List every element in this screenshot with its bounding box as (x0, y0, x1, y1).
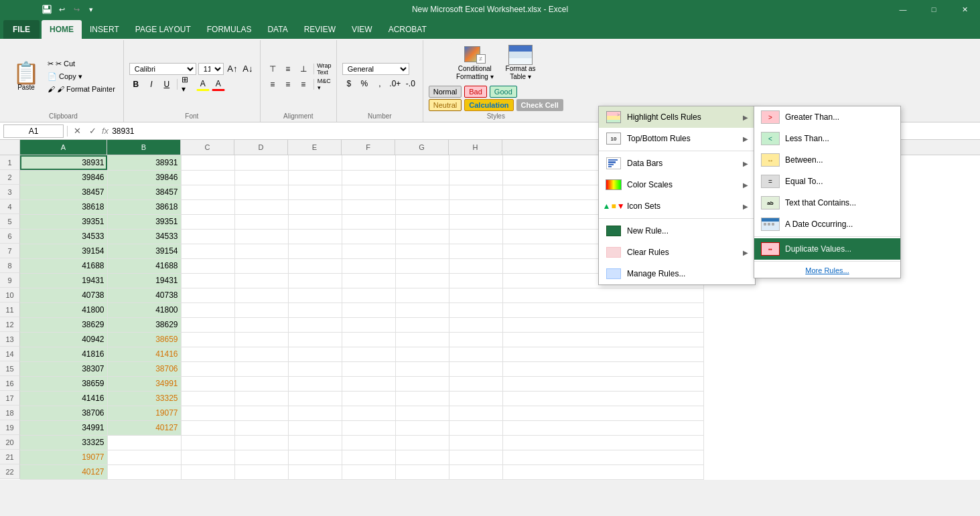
tab-data[interactable]: DATA (259, 20, 295, 39)
cell-g7[interactable] (395, 244, 449, 258)
increase-font-size-button[interactable]: A↑ (226, 62, 239, 76)
cell-h3[interactable] (449, 185, 502, 199)
cell-f16[interactable] (342, 376, 395, 391)
cell-h12[interactable] (449, 317, 502, 332)
cf-data-bars[interactable]: Data Bars ▶ (599, 153, 755, 174)
cell-h9[interactable] (449, 273, 502, 288)
cell-a9[interactable]: 19431 (20, 273, 107, 288)
col-header-f[interactable]: F (342, 140, 395, 155)
cell-f6[interactable] (342, 229, 395, 244)
cell-h20[interactable] (449, 435, 502, 450)
cell-a16[interactable]: 38659 (20, 376, 107, 391)
tab-page-layout[interactable]: PAGE LAYOUT (127, 20, 199, 39)
copy-button[interactable]: 📄 Copy ▾ (45, 71, 118, 82)
cell-d12[interactable] (234, 317, 288, 332)
cell-g18[interactable] (395, 406, 449, 420)
cell-a3[interactable]: 38457 (20, 185, 107, 199)
cell-g11[interactable] (395, 303, 449, 317)
cell-c2[interactable] (181, 170, 234, 185)
cell-d13[interactable] (234, 332, 288, 347)
redo-qat-button[interactable]: ↪ (70, 3, 83, 16)
cell-h14[interactable] (449, 347, 502, 361)
underline-button[interactable]: U (160, 78, 173, 91)
cell-d14[interactable] (234, 347, 288, 361)
text-contains-item[interactable]: ab Text that Contains... (754, 192, 900, 213)
tab-acrobat[interactable]: ACROBAT (380, 20, 435, 39)
cell-g14[interactable] (395, 347, 449, 361)
row-2-header[interactable]: 2 (0, 170, 20, 185)
cell-f13[interactable] (342, 332, 395, 347)
cell-e8[interactable] (288, 258, 342, 273)
confirm-formula-button[interactable]: ✓ (86, 126, 98, 136)
date-occurring-item[interactable]: A Date Occurring... (754, 213, 900, 235)
cell-c8[interactable] (181, 258, 234, 273)
cf-clear-rules[interactable]: Clear Rules ▶ (599, 242, 755, 263)
cf-icon-sets[interactable]: ▲ ■ ▼ Icon Sets ▶ (599, 195, 755, 217)
format-as-table-button[interactable]: Format asTable ▾ (501, 41, 541, 84)
align-top-button[interactable]: ⊤ (266, 62, 279, 76)
row-16-header[interactable]: 16 (0, 376, 20, 391)
calculation-style[interactable]: Calculation (464, 99, 513, 111)
cell-f15[interactable] (342, 361, 395, 376)
cell-c4[interactable] (181, 199, 234, 214)
good-style[interactable]: Good (490, 86, 517, 98)
duplicate-values-item[interactable]: ▪▪ Duplicate Values... (754, 238, 900, 260)
cell-e5[interactable] (288, 214, 342, 229)
cell-b7[interactable]: 39154 (107, 244, 181, 258)
cell-g15[interactable] (395, 361, 449, 376)
row-1-header[interactable]: 1 (0, 155, 20, 170)
normal-style[interactable]: Normal (429, 86, 462, 98)
cell-d16[interactable] (234, 376, 288, 391)
row-22-header[interactable]: 22 (0, 464, 20, 479)
cell-c15[interactable] (181, 361, 234, 376)
increase-decimal-button[interactable]: .0+ (389, 77, 402, 90)
cell-d22[interactable] (234, 464, 288, 479)
tab-home[interactable]: HOME (42, 20, 82, 39)
cell-g3[interactable] (395, 185, 449, 199)
cell-e3[interactable] (288, 185, 342, 199)
cell-g4[interactable] (395, 199, 449, 214)
font-size-select[interactable]: 11 (198, 63, 224, 75)
cell-b6[interactable]: 34533 (107, 229, 181, 244)
cell-g17[interactable] (395, 391, 449, 406)
align-middle-button[interactable]: ≡ (281, 62, 295, 76)
cell-e20[interactable] (288, 435, 342, 450)
cell-c17[interactable] (181, 391, 234, 406)
cell-b8[interactable]: 41688 (107, 258, 181, 273)
cell-e4[interactable] (288, 199, 342, 214)
row-8-header[interactable]: 8 (0, 258, 20, 273)
cell-g20[interactable] (395, 435, 449, 450)
cell-h21[interactable] (449, 450, 502, 464)
cell-e7[interactable] (288, 244, 342, 258)
cell-e10[interactable] (288, 288, 342, 303)
cell-d9[interactable] (234, 273, 288, 288)
cell-f10[interactable] (342, 288, 395, 303)
wrap-text-button[interactable]: WrapText (318, 62, 331, 76)
cell-f11[interactable] (342, 303, 395, 317)
fill-color-button[interactable]: A (196, 78, 210, 91)
cell-a17[interactable]: 41416 (20, 391, 107, 406)
bad-style[interactable]: Bad (464, 86, 487, 98)
cell-h19[interactable] (449, 420, 502, 435)
cell-e19[interactable] (288, 420, 342, 435)
cell-c20[interactable] (181, 435, 234, 450)
col-header-g[interactable]: G (395, 140, 449, 155)
cell-a6[interactable]: 34533 (20, 229, 107, 244)
cell-d3[interactable] (234, 185, 288, 199)
cell-e21[interactable] (288, 450, 342, 464)
row-18-header[interactable]: 18 (0, 406, 20, 420)
cell-rest19[interactable] (502, 420, 703, 435)
cell-d8[interactable] (234, 258, 288, 273)
cell-b3[interactable]: 38457 (107, 185, 181, 199)
cell-h13[interactable] (449, 332, 502, 347)
tab-insert[interactable]: INSERT (82, 20, 127, 39)
col-header-d[interactable]: D (234, 140, 288, 155)
cell-c5[interactable] (181, 214, 234, 229)
cell-a19[interactable]: 34991 (20, 420, 107, 435)
cell-c21[interactable] (181, 450, 234, 464)
cell-h10[interactable] (449, 288, 502, 303)
row-17-header[interactable]: 17 (0, 391, 20, 406)
cell-h22[interactable] (449, 464, 502, 479)
cell-h2[interactable] (449, 170, 502, 185)
cell-b18[interactable]: 19077 (107, 406, 181, 420)
